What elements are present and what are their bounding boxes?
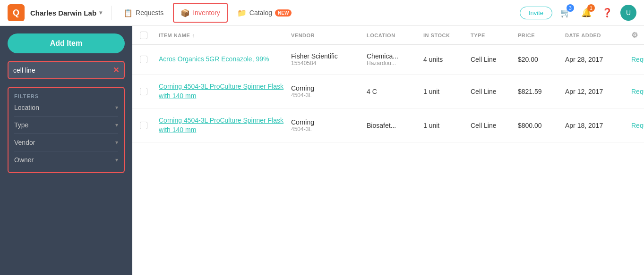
main-layout: Add Item ✕ FILTERS Location ▾ Type ▾ Ven… <box>0 26 644 275</box>
filter-type-chevron-icon: ▾ <box>115 122 118 128</box>
search-input[interactable] <box>13 67 109 74</box>
filter-owner-label: Owner <box>14 156 34 164</box>
notification-badge: 1 <box>587 4 595 12</box>
catalog-icon: 📁 <box>237 8 247 17</box>
lab-chevron-icon: ▾ <box>99 9 102 16</box>
filter-vendor-chevron-icon: ▾ <box>115 139 118 146</box>
row-3-in-stock: 1 unit <box>423 122 471 129</box>
row-1-date: Apr 28, 2017 <box>565 56 631 63</box>
col-type: TYPE <box>471 31 518 40</box>
row-3-item-name: Corning 4504-3L ProCulture Spinner Flask… <box>159 116 291 134</box>
search-clear-icon[interactable]: ✕ <box>113 66 119 75</box>
row-1-request-button[interactable]: Request <box>631 56 644 63</box>
table-row: Corning 4504-3L ProCulture Spinner Flask… <box>132 75 644 108</box>
row-1-type: Cell Line <box>471 56 518 63</box>
row-2-type: Cell Line <box>471 88 518 95</box>
nav-separator <box>112 6 112 20</box>
row-1-item-name: Acros Organics 5GR Econazole, 99% <box>159 55 291 64</box>
nav-tabs: 📋 Requests 📦 Inventory 📁 Catalog NEW <box>116 3 520 23</box>
row-2-checkbox[interactable] <box>140 88 159 95</box>
table-row: Acros Organics 5GR Econazole, 99% Fisher… <box>132 45 644 75</box>
row-2-vendor: Corning 4504-3L <box>291 84 367 99</box>
table-row: Corning 4504-3L ProCulture Spinner Flask… <box>132 108 644 142</box>
invite-button[interactable]: Invite <box>520 7 552 19</box>
nav-right: Invite 🛒 3 🔔 1 ❓ U <box>520 5 636 21</box>
filter-type[interactable]: Type ▾ <box>14 117 118 134</box>
filters-box: FILTERS Location ▾ Type ▾ Vendor ▾ Owner… <box>8 87 125 173</box>
filter-owner[interactable]: Owner ▾ <box>14 151 118 168</box>
add-item-button[interactable]: Add Item <box>8 33 125 53</box>
row-2-date: Apr 12, 2017 <box>565 88 631 95</box>
row-2-in-stock: 1 unit <box>423 88 471 95</box>
avatar[interactable]: U <box>620 5 636 21</box>
col-vendor: VENDOR <box>291 31 367 40</box>
notifications-button[interactable]: 🔔 1 <box>579 5 594 20</box>
filters-label: FILTERS <box>14 93 118 99</box>
filter-location[interactable]: Location ▾ <box>14 99 118 117</box>
row-2-location: 4 C <box>367 88 423 95</box>
col-date-added: DATE ADDED <box>565 31 631 40</box>
row-3-date: Apr 18, 2017 <box>565 122 631 129</box>
row-1-checkbox[interactable] <box>140 56 159 63</box>
row-2-item-name: Corning 4504-3L ProCulture Spinner Flask… <box>159 82 291 100</box>
col-checkbox <box>140 31 159 40</box>
app-logo: Q <box>8 4 25 21</box>
col-in-stock: IN STOCK <box>423 31 471 40</box>
tab-requests[interactable]: 📋 Requests <box>116 3 171 23</box>
cart-button[interactable]: 🛒 3 <box>558 5 573 20</box>
row-1-location: Chemica... Hazardou... <box>367 52 423 67</box>
table-header: ITEM NAME ↑ VENDOR LOCATION IN STOCK TYP… <box>132 26 644 45</box>
row-3-checkbox[interactable] <box>140 122 159 129</box>
tab-catalog[interactable]: 📁 Catalog NEW <box>230 3 300 23</box>
lab-selector[interactable]: Charles Darwin Lab ▾ <box>25 9 108 17</box>
tab-requests-label: Requests <box>136 9 163 17</box>
row-1-in-stock: 4 units <box>423 56 471 63</box>
filter-location-label: Location <box>14 104 39 111</box>
help-button[interactable]: ❓ <box>600 5 615 20</box>
row-2-price: $821.59 <box>518 88 565 95</box>
row-1-vendor: Fisher Scientific 15540584 <box>291 52 367 67</box>
cart-badge: 3 <box>567 4 574 12</box>
tab-inventory[interactable]: 📦 Inventory <box>173 3 228 23</box>
filter-type-label: Type <box>14 121 28 129</box>
row-3-location: Biosafet... <box>367 122 423 129</box>
filter-vendor-label: Vendor <box>14 139 35 146</box>
inventory-icon: 📦 <box>180 8 190 17</box>
col-settings[interactable]: ⚙ <box>631 31 644 40</box>
col-location: LOCATION <box>367 31 423 40</box>
row-2-request-button[interactable]: Request <box>631 88 644 95</box>
row-3-vendor: Corning 4504-3L <box>291 118 367 133</box>
row-3-price: $800.00 <box>518 122 565 129</box>
tab-inventory-label: Inventory <box>193 9 220 17</box>
row-3-type: Cell Line <box>471 122 518 129</box>
sidebar: Add Item ✕ FILTERS Location ▾ Type ▾ Ven… <box>0 26 132 275</box>
lab-name: Charles Darwin Lab <box>30 9 96 17</box>
row-3-request-button[interactable]: Request <box>631 122 644 129</box>
select-all-checkbox[interactable] <box>140 32 147 39</box>
filter-owner-chevron-icon: ▾ <box>115 157 118 163</box>
search-box: ✕ <box>8 61 125 79</box>
catalog-new-badge: NEW <box>275 9 292 17</box>
requests-icon: 📋 <box>123 8 133 17</box>
row-1-price: $20.00 <box>518 56 565 63</box>
tab-catalog-label: Catalog <box>249 9 272 17</box>
filter-vendor[interactable]: Vendor ▾ <box>14 134 118 151</box>
sort-icon: ↑ <box>192 33 195 38</box>
settings-icon[interactable]: ⚙ <box>631 31 638 40</box>
top-nav: Q Charles Darwin Lab ▾ 📋 Requests 📦 Inve… <box>0 0 644 26</box>
inventory-content: ITEM NAME ↑ VENDOR LOCATION IN STOCK TYP… <box>132 26 644 275</box>
col-item-name: ITEM NAME ↑ <box>159 31 291 40</box>
col-price: PRICE <box>518 31 565 40</box>
filter-location-chevron-icon: ▾ <box>115 104 118 111</box>
